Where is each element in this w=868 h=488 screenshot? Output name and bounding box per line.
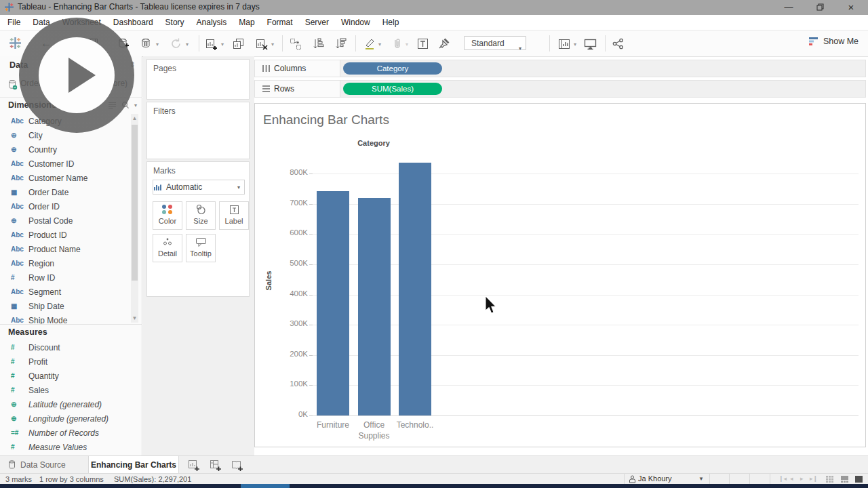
measure-field[interactable]: # Profit	[0, 354, 142, 369]
tab-active-sheet[interactable]: Enhancing Bar Charts	[89, 456, 179, 473]
scrollbar-thumb[interactable]	[132, 125, 138, 281]
rows-shelf[interactable]: Rows SUM(Sales)	[254, 80, 866, 98]
video-progress-bar[interactable]	[0, 484, 868, 488]
size-button[interactable]: Size	[186, 201, 216, 230]
clear-sheet-icon[interactable]	[255, 37, 269, 51]
measure-field[interactable]: # Measure Values	[0, 440, 142, 454]
clear-sheet-caret-icon[interactable]: ▾	[271, 41, 274, 47]
detail-button[interactable]: Detail	[153, 234, 182, 262]
bar-technology[interactable]	[399, 163, 431, 415]
sort-ascending-icon[interactable]	[312, 37, 326, 51]
dimension-field[interactable]: Abc Product Name	[0, 242, 142, 256]
dimension-field[interactable]: ⊕ Postal Code	[0, 214, 142, 228]
new-story-tab-button[interactable]	[229, 458, 245, 472]
dimension-field[interactable]: Abc Order ID	[0, 199, 142, 214]
menu-item[interactable]: Dashboard	[107, 15, 159, 30]
highlight-caret-icon[interactable]: ▾	[378, 41, 381, 47]
measure-field[interactable]: ⊕ Latitude (generated)	[0, 397, 142, 411]
show-hide-cards-icon[interactable]	[557, 37, 571, 51]
cards-column: Pages Filters Marks Automatic ▾ Color Si…	[143, 56, 254, 455]
menu-item[interactable]: Help	[376, 15, 406, 30]
next-tab-icon[interactable]: ▸	[800, 475, 804, 482]
show-filmstrip-icon[interactable]	[841, 476, 848, 483]
pause-auto-updates-caret-icon[interactable]: ▾	[156, 41, 159, 47]
dimension-field[interactable]: Abc Segment	[0, 285, 142, 299]
label-button[interactable]: Label	[219, 201, 249, 230]
show-sheet-sorter-icon[interactable]	[826, 476, 833, 483]
show-tabs-icon[interactable]	[855, 476, 863, 483]
swap-rows-columns-icon[interactable]	[289, 37, 302, 51]
pages-title: Pages	[153, 64, 176, 73]
measure-field[interactable]: # Quantity	[0, 369, 142, 383]
last-tab-icon[interactable]: ▸❙	[810, 475, 818, 482]
new-worksheet-caret-icon[interactable]: ▾	[221, 41, 224, 47]
plot-area[interactable]: 0K100K200K300K400K500K600K700K800KFurnit…	[255, 104, 865, 447]
pill-category[interactable]: Category	[343, 62, 442, 75]
presentation-mode-icon[interactable]	[583, 37, 597, 50]
new-worksheet-icon[interactable]	[205, 37, 218, 51]
show-mark-labels-icon[interactable]	[416, 37, 429, 50]
sort-descending-icon[interactable]	[334, 37, 348, 51]
prev-tab-icon[interactable]: ◂	[790, 475, 793, 482]
menu-item[interactable]: Format	[261, 15, 299, 30]
dimension-field[interactable]: ▦ Ship Date	[0, 299, 142, 313]
close-button[interactable]: ×	[840, 0, 863, 15]
scroll-up-icon[interactable]: ▲	[131, 115, 138, 121]
play-button-circle[interactable]	[39, 37, 115, 113]
minimize-button[interactable]: —	[777, 0, 800, 15]
bar-furniture[interactable]	[317, 191, 349, 415]
measure-field[interactable]: # Discount	[0, 340, 142, 354]
first-tab-icon[interactable]: ❙◂	[778, 475, 787, 482]
field-type-icon: Abc	[11, 203, 28, 210]
group-caret-icon[interactable]: ▾	[406, 41, 408, 47]
highlight-icon[interactable]	[363, 37, 376, 50]
tooltip-button[interactable]: Tooltip	[186, 234, 216, 262]
refresh-icon[interactable]	[170, 37, 182, 50]
menu-item[interactable]: Server	[299, 15, 335, 30]
pause-auto-updates-icon[interactable]	[140, 37, 153, 50]
refresh-caret-icon[interactable]: ▾	[186, 41, 189, 47]
columns-shelf[interactable]: Columns Category	[254, 60, 866, 77]
tab-data-source[interactable]: Data Source	[0, 456, 89, 473]
measure-field[interactable]: ⊕ Longitude (generated)	[0, 411, 142, 426]
video-play-overlay[interactable]	[19, 18, 134, 133]
show-me-button[interactable]: Show Me	[808, 36, 859, 46]
color-button[interactable]: Color	[153, 201, 182, 230]
show-hide-cards-caret-icon[interactable]: ▾	[574, 41, 576, 47]
pill-sum-sales[interactable]: SUM(Sales)	[343, 83, 442, 95]
tableau-logo-icon[interactable]	[8, 36, 22, 50]
user-dropdown[interactable]: Ja Khoury ▼	[624, 474, 710, 484]
duplicate-sheet-icon[interactable]	[232, 37, 245, 51]
filters-card[interactable]: Filters	[146, 102, 250, 159]
fix-axes-icon[interactable]	[438, 37, 450, 49]
new-worksheet-tab-button[interactable]	[186, 458, 202, 472]
scroll-down-icon[interactable]: ▼	[131, 315, 138, 321]
measure-field[interactable]: =# Number of Records	[0, 426, 142, 440]
menu-item[interactable]: Map	[233, 15, 260, 30]
measure-field[interactable]: # Sales	[0, 383, 142, 397]
dimension-field[interactable]: # Row ID	[0, 270, 142, 285]
fit-mode-select[interactable]: Standard ▾	[464, 36, 526, 50]
group-members-icon[interactable]	[391, 37, 403, 50]
dimensions-scrollbar[interactable]: ▲ ▼	[131, 114, 138, 323]
mark-type-select[interactable]: Automatic ▾	[153, 180, 245, 195]
restore-button[interactable]	[808, 0, 831, 15]
dimension-field[interactable]: ▦ Order Date	[0, 185, 142, 199]
dimension-field[interactable]: Abc Region	[0, 256, 142, 270]
menu-item[interactable]: Story	[159, 15, 191, 30]
dimension-field[interactable]: Abc Product ID	[0, 228, 142, 242]
new-dashboard-tab-button[interactable]	[208, 458, 224, 472]
menu-item[interactable]: Analysis	[191, 15, 233, 30]
x-tick-label[interactable]: Technolo..	[384, 420, 446, 430]
pages-card[interactable]: Pages	[146, 59, 250, 100]
menu-item[interactable]: Window	[335, 15, 376, 30]
dimensions-menu-caret-icon[interactable]: ▾	[134, 102, 137, 108]
menu-item[interactable]: File	[1, 15, 26, 30]
dimension-field[interactable]: Abc Ship Mode	[0, 313, 142, 324]
dimension-field[interactable]: ⊕ Country	[0, 142, 142, 157]
dimension-field[interactable]: Abc Customer ID	[0, 157, 142, 171]
bar-office-supplies[interactable]	[358, 198, 391, 415]
dimension-field[interactable]: Abc Customer Name	[0, 171, 142, 185]
share-icon[interactable]	[612, 37, 625, 50]
field-label: Postal Code	[28, 216, 73, 226]
